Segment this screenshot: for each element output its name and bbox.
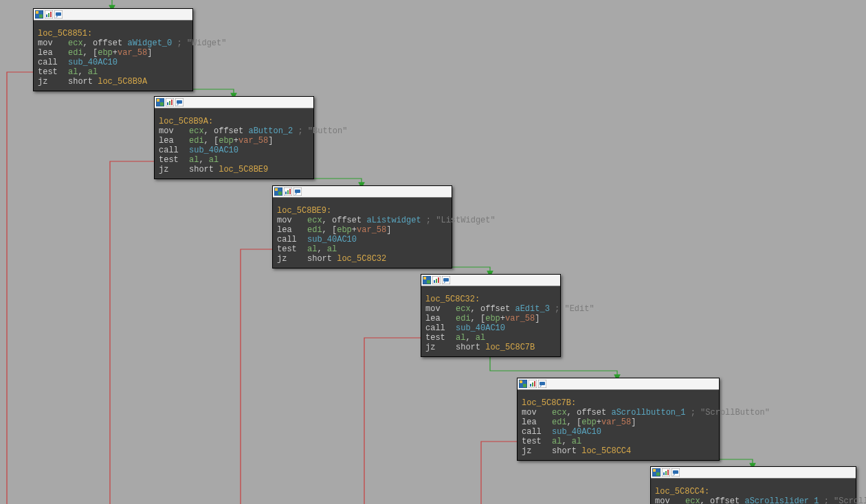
- bubble-icon[interactable]: [293, 187, 302, 196]
- chart-icon[interactable]: [166, 98, 174, 106]
- symbol: aEdit_3: [515, 304, 549, 314]
- svg-rect-1: [36, 11, 38, 14]
- register: ecx: [189, 126, 204, 136]
- block-label: loc_5C8851:: [38, 29, 92, 38]
- block-label: loc_5C8CC4:: [655, 487, 709, 496]
- comment: ; "Button": [293, 126, 347, 136]
- opcode: jz: [522, 446, 552, 456]
- opcode: mov: [522, 408, 552, 417]
- node-titlebar[interactable]: [34, 9, 192, 21]
- svg-rect-38: [523, 384, 526, 387]
- graph-node[interactable]: loc_5C8B9A:movecx, offset aButton_2 ; "B…: [154, 96, 314, 179]
- node-body: loc_5C8B9A:movecx, offset aButton_2 ; "B…: [155, 108, 313, 179]
- svg-rect-33: [438, 277, 439, 283]
- opcode: mov: [425, 304, 456, 314]
- svg-rect-4: [46, 14, 47, 17]
- opcode: test: [38, 67, 68, 77]
- tile-icon[interactable]: [156, 98, 164, 106]
- opcode: mov: [655, 496, 685, 504]
- opcode: test: [522, 437, 552, 446]
- tile-icon[interactable]: [519, 380, 527, 388]
- chart-icon[interactable]: [529, 380, 537, 388]
- keyword-short: short: [456, 343, 480, 352]
- register: ebp: [581, 417, 597, 427]
- register: ebp: [98, 48, 113, 58]
- keyword-short: short: [189, 165, 214, 174]
- chart-icon[interactable]: [45, 10, 53, 19]
- graph-node[interactable]: loc_5C8C32:movecx, offset aEdit_3 ; "Edi…: [421, 274, 561, 357]
- comment: ; "Edit": [550, 304, 595, 314]
- symbol: aScrollbutton_1: [611, 408, 685, 417]
- comment: ; "Widget": [172, 38, 226, 48]
- node-body: loc_5C8CC4:movecx, offset aScrollslider_…: [651, 479, 856, 504]
- jump-target: loc_5C8C32: [337, 254, 386, 264]
- register: ecx: [307, 216, 322, 225]
- node-titlebar[interactable]: [421, 275, 560, 286]
- opcode: jz: [425, 343, 456, 352]
- jump-target: loc_5C8CC4: [581, 446, 631, 456]
- svg-rect-32: [436, 279, 437, 283]
- opcode: mov: [38, 38, 68, 48]
- register: al: [552, 437, 562, 446]
- svg-rect-26: [295, 190, 300, 193]
- keyword-short: short: [307, 254, 332, 264]
- graph-node[interactable]: loc_5C8C7B:movecx, offset aScrollbutton_…: [517, 378, 720, 461]
- svg-rect-29: [427, 280, 430, 284]
- opcode: call: [522, 427, 552, 437]
- svg-rect-44: [540, 382, 545, 385]
- opcode: test: [159, 155, 189, 165]
- block-label: loc_5C8B9A:: [159, 117, 213, 126]
- chart-icon[interactable]: [662, 468, 670, 477]
- chart-icon[interactable]: [284, 187, 292, 196]
- svg-rect-10: [157, 99, 159, 102]
- svg-rect-2: [39, 14, 43, 18]
- svg-rect-53: [673, 470, 678, 474]
- node-body: loc_5C8BE9:movecx, offset aListwidget ; …: [273, 198, 452, 268]
- register: ebp: [337, 225, 352, 235]
- svg-rect-49: [663, 472, 665, 475]
- svg-rect-37: [520, 380, 522, 383]
- svg-rect-41: [532, 382, 533, 387]
- opcode: lea: [522, 417, 552, 427]
- keyword-short: short: [68, 77, 93, 87]
- graph-node[interactable]: loc_5C8CC4:movecx, offset aScrollslider_…: [650, 466, 856, 504]
- node-titlebar[interactable]: [651, 467, 856, 479]
- keyword-offset: offset: [93, 38, 122, 48]
- bubble-icon[interactable]: [54, 10, 63, 19]
- svg-rect-22: [285, 192, 287, 194]
- tile-icon[interactable]: [652, 468, 660, 477]
- graph-node[interactable]: loc_5C8851:movecx, offset aWidget_0 ; "W…: [33, 8, 193, 91]
- register: edi: [189, 136, 204, 146]
- svg-rect-31: [434, 280, 435, 283]
- opcode: lea: [38, 48, 68, 58]
- stack-var: var_58: [357, 225, 386, 235]
- opcode: lea: [425, 314, 456, 323]
- register: al: [572, 437, 581, 446]
- register: ecx: [552, 408, 567, 417]
- bubble-icon[interactable]: [671, 468, 680, 477]
- graph-node[interactable]: loc_5C8BE9:movecx, offset aListwidget ; …: [272, 185, 452, 268]
- register: edi: [456, 314, 471, 323]
- tile-icon[interactable]: [35, 10, 43, 19]
- bubble-icon[interactable]: [175, 98, 184, 106]
- bubble-icon[interactable]: [538, 380, 546, 388]
- bubble-icon[interactable]: [442, 276, 450, 284]
- call-target: sub_40AC10: [68, 58, 118, 67]
- node-titlebar[interactable]: [518, 378, 719, 390]
- register: edi: [307, 225, 322, 235]
- svg-rect-35: [443, 278, 449, 282]
- block-label: loc_5C8C7B:: [522, 398, 576, 408]
- opcode: call: [38, 58, 68, 67]
- stack-var: var_58: [238, 136, 268, 146]
- keyword-offset: offset: [577, 408, 606, 417]
- chart-icon[interactable]: [432, 276, 441, 284]
- comment: ; "ListWidget": [421, 216, 496, 225]
- opcode: lea: [277, 225, 307, 235]
- node-body: loc_5C8C32:movecx, offset aEdit_3 ; "Edi…: [421, 286, 560, 356]
- tile-icon[interactable]: [274, 187, 282, 196]
- tile-icon[interactable]: [423, 276, 431, 284]
- opcode: call: [159, 146, 189, 155]
- svg-rect-15: [171, 100, 173, 105]
- node-titlebar[interactable]: [273, 186, 452, 198]
- node-titlebar[interactable]: [155, 97, 313, 108]
